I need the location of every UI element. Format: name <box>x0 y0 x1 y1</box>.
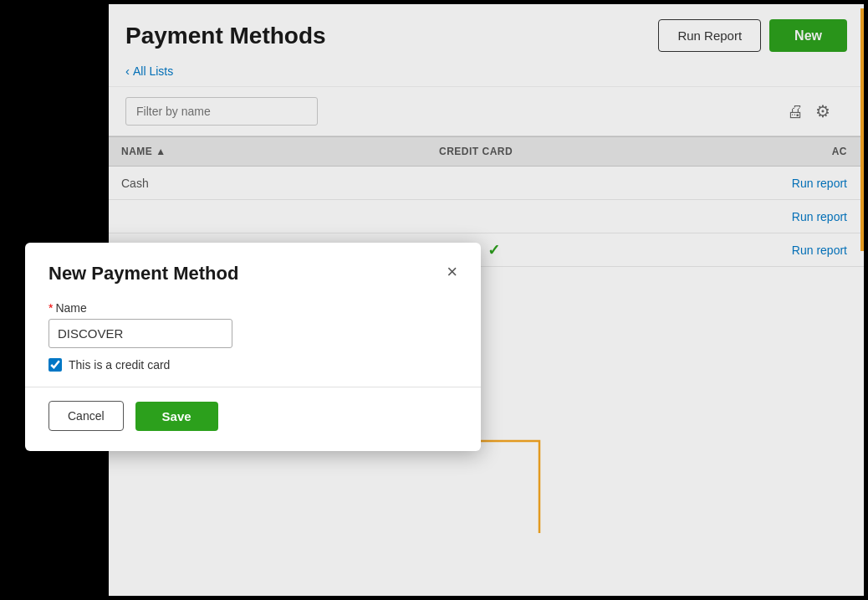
credit-card-checkbox[interactable] <box>49 358 62 372</box>
print-icon[interactable]: 🖨 <box>787 102 804 121</box>
table-row: Cash Run report <box>109 167 864 200</box>
col-header-credit-card: CREDIT CARD <box>426 137 560 166</box>
toolbar-icons: 🖨 ⚙ <box>787 101 847 121</box>
name-field: * Name <box>49 301 457 348</box>
modal-header: New Payment Method × <box>49 263 457 285</box>
name-input[interactable] <box>49 319 232 348</box>
cell-action: Run report <box>560 236 864 264</box>
modal-close-button[interactable]: × <box>447 263 457 281</box>
save-button[interactable]: Save <box>135 402 218 431</box>
filter-area: 🖨 ⚙ <box>109 86 864 136</box>
col-header-action: AC <box>560 137 864 166</box>
col-header-name[interactable]: NAME ▲ <box>109 137 426 166</box>
credit-card-checkmark: ✓ <box>488 241 500 259</box>
run-report-link[interactable]: Run report <box>792 177 847 190</box>
cell-credit-card <box>426 210 560 223</box>
all-lists-label[interactable]: All Lists <box>133 64 173 78</box>
breadcrumb[interactable]: ‹ All Lists <box>109 60 864 86</box>
modal-footer: Cancel Save <box>49 401 457 431</box>
cell-credit-card <box>426 177 560 190</box>
page-title: Payment Methods <box>125 23 326 49</box>
modal-title: New Payment Method <box>49 263 238 285</box>
run-report-link[interactable]: Run report <box>792 244 847 257</box>
name-field-label: * Name <box>49 301 457 315</box>
cell-name <box>109 210 426 223</box>
run-report-link[interactable]: Run report <box>792 210 847 223</box>
required-star: * <box>49 301 53 315</box>
checkbox-label[interactable]: This is a credit card <box>69 358 170 372</box>
filter-input[interactable] <box>125 97 318 126</box>
orange-highlight-border <box>860 8 864 251</box>
new-button[interactable]: New <box>769 19 847 52</box>
table-row: Run report <box>109 200 864 233</box>
back-icon: ‹ <box>125 64 130 78</box>
table-header-row: NAME ▲ CREDIT CARD AC <box>109 136 864 167</box>
cell-action: Run report <box>560 203 864 231</box>
page-header: Payment Methods Run Report New <box>109 4 864 60</box>
header-buttons: Run Report New <box>658 19 847 52</box>
modal-dialog: New Payment Method × * Name This is a cr… <box>25 243 481 451</box>
cell-name: Cash <box>109 170 426 197</box>
cell-action: Run report <box>560 169 864 197</box>
modal-divider <box>25 387 481 387</box>
cancel-button[interactable]: Cancel <box>49 401 124 431</box>
checkbox-row: This is a credit card <box>49 358 457 372</box>
run-report-button[interactable]: Run Report <box>658 19 761 52</box>
settings-icon[interactable]: ⚙ <box>815 101 830 121</box>
